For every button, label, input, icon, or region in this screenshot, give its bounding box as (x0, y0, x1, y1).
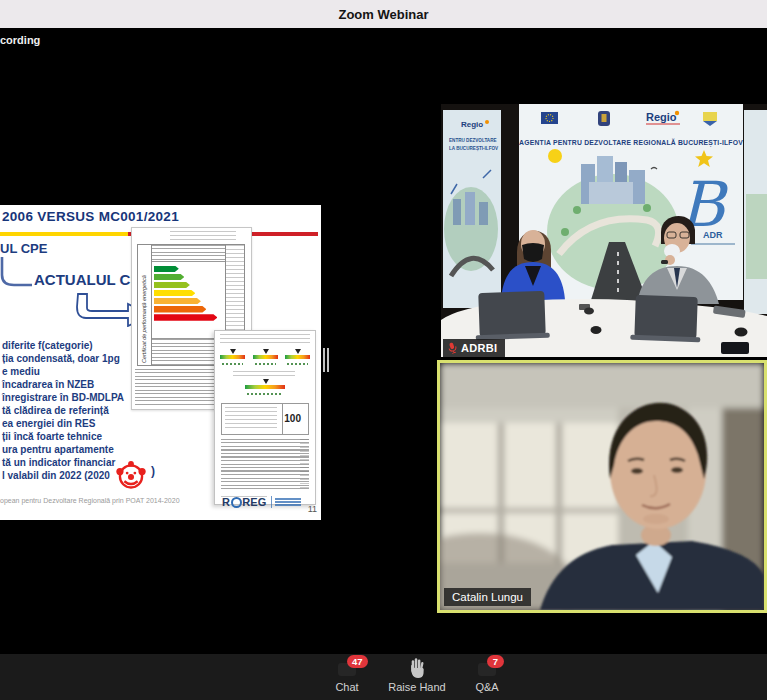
certificate-value-table: 100 (221, 403, 309, 435)
nametag-adrbi: ADRBI (443, 339, 505, 357)
chat-label: Chat (335, 681, 358, 693)
slide-title: 2006 VERSUS MC001/2021 (2, 209, 179, 224)
certificate-value: 100 (284, 413, 301, 424)
muted-mic-icon (448, 342, 457, 354)
bullet-line: înregistrare în BD-MDLPA (2, 391, 124, 404)
nametag-catalin: Catalin Lungu (444, 588, 531, 606)
bullet-line: încadrarea în NZEB (2, 378, 124, 391)
chat-button[interactable]: 47 Chat (312, 654, 382, 700)
slide-bullets: diferite f(categorie)ția condensată, doa… (2, 339, 124, 482)
bullet-line: ția condensată, doar 1pg (2, 352, 124, 365)
bullet-line: ții încă foarte tehnice (2, 430, 124, 443)
bullet-line: tă clădirea de referință (2, 404, 124, 417)
old-cpe-label: UL CPE (0, 241, 47, 256)
laptop-woman (474, 291, 550, 341)
clown-icon (113, 458, 149, 492)
qa-label: Q&A (475, 681, 498, 693)
certificate-scales (220, 349, 310, 365)
qa-badge: 7 (487, 655, 504, 668)
video-tile-adrbi[interactable]: Regio ENTRU DEZVOLTARE LA BUCUREȘTI-ILFO… (441, 104, 767, 357)
banner-title: AGENTIA PENTRU DEZVOLTARE REGIONALĂ BUCU… (519, 138, 743, 147)
separator-handle[interactable] (323, 348, 330, 372)
bullet-line: ea energiei din RES (2, 417, 124, 430)
svg-text:ENTRU DEZVOLTARE: ENTRU DEZVOLTARE (449, 138, 497, 143)
raise-hand-label: Raise Hand (388, 681, 445, 693)
chat-unread-badge: 47 (347, 655, 368, 668)
adrbi-video-scene: Regio ENTRU DEZVOLTARE LA BUCUREȘTI-ILFO… (441, 104, 767, 357)
catalin-video-scene (440, 363, 764, 610)
window-titlebar: Zoom Webinar (0, 0, 767, 28)
laptop-man (630, 295, 702, 342)
svg-text:ADR: ADR (703, 230, 723, 240)
video-tile-catalin[interactable]: Catalin Lungu (437, 360, 767, 613)
roreg-ring-icon (231, 497, 242, 508)
bullet-line: diferite f(categorie) (2, 339, 124, 352)
partner-logo-icon (703, 112, 717, 121)
raise-hand-icon (407, 657, 428, 679)
slide-page-number: 11 (308, 504, 317, 514)
window-title: Zoom Webinar (338, 7, 428, 22)
bullet-line: l valabil din 2022 (2020 (2, 469, 124, 482)
recording-indicator: cording (0, 34, 40, 46)
regio-logo: Regio (646, 111, 677, 123)
closing-paren: ) (151, 464, 155, 478)
divider-yellow (0, 232, 128, 236)
roreg-logo: R REG (222, 496, 301, 508)
bullet-line: ura pentru apartamente (2, 443, 124, 456)
svg-text:Regio: Regio (461, 120, 483, 129)
bullet-line: tă un indicator financiar (2, 456, 124, 469)
qa-button[interactable]: 7 Q&A (452, 654, 522, 700)
left-rollup-banner: Regio ENTRU DEZVOLTARE LA BUCUREȘTI-ILFO… (443, 110, 501, 308)
face-mask (522, 243, 544, 262)
meeting-stage: cording 2006 VERSUS MC001/2021 UL CPE AC… (0, 28, 767, 654)
raise-hand-button[interactable]: Raise Hand (382, 654, 452, 700)
certificate-header-lines (170, 231, 236, 241)
shared-screen-slide: 2006 VERSUS MC001/2021 UL CPE ACTUALUL C… (0, 205, 321, 520)
eu-flag-icon (541, 112, 558, 124)
certificate-vertical-label: Certificat de performanță energetică (141, 275, 147, 363)
sun-icon (548, 149, 562, 163)
webinar-toolbar: 47 Chat Raise Hand 7 Q&A (0, 654, 767, 700)
slide-footer-text: opean pentru Dezvoltare Regională prin P… (0, 497, 180, 504)
energy-bands (154, 264, 223, 322)
elbow-arrow-icon (0, 257, 36, 293)
energy-certificate-new: 100 (214, 330, 316, 505)
bullet-line: e mediu (2, 365, 124, 378)
